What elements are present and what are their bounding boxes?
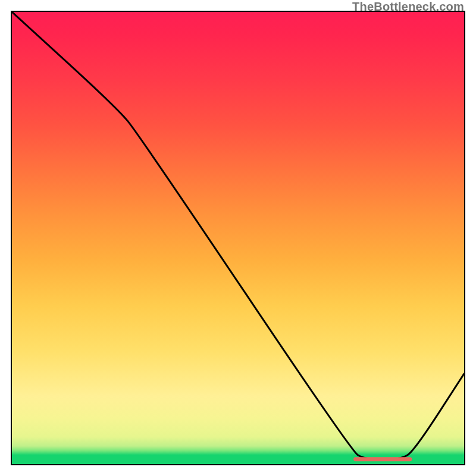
chart-svg: [12, 12, 464, 464]
gradient-plot-area: [11, 11, 465, 465]
bottleneck-curve: [12, 12, 464, 459]
chart-container: TheBottleneck.com: [0, 0, 476, 476]
